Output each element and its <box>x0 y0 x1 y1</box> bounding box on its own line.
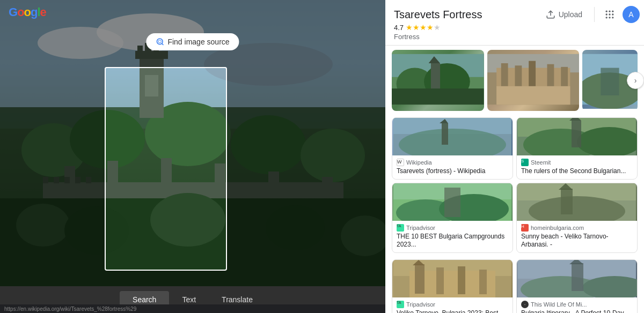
find-image-label: Find image source <box>167 38 229 46</box>
wikipedia-logo: W <box>397 159 404 166</box>
svg-point-7 <box>606 17 608 18</box>
fortress-thumbnail-1 <box>392 50 484 109</box>
source-card-steemit[interactable]: S Steemit The rulers of the Second Bulga… <box>516 117 638 180</box>
svg-rect-95 <box>415 264 425 294</box>
svg-rect-80 <box>572 121 581 147</box>
lens-selection-box <box>105 67 227 271</box>
svg-point-9 <box>612 17 613 18</box>
svg-line-47 <box>162 43 164 45</box>
source-info-tripadvisor: TA Tripadvisor THE 10 BEST Bulgaria Camp… <box>392 221 513 252</box>
source-card-tripadvisor[interactable]: TA Tripadvisor THE 10 BEST Bulgaria Camp… <box>392 183 513 253</box>
top-right-nav: Upload A <box>538 0 644 29</box>
svg-rect-97 <box>436 267 444 294</box>
fortress-image-2 <box>487 50 580 111</box>
svg-rect-38 <box>75 177 80 183</box>
wildlife-source-name: This Wild Life Of Mi... <box>531 301 587 308</box>
entity-type: Fortress <box>394 33 576 41</box>
svg-point-6 <box>612 13 613 15</box>
svg-point-3 <box>612 11 613 12</box>
svg-rect-35 <box>43 177 48 183</box>
home-thumbnail <box>517 183 637 221</box>
svg-rect-65 <box>561 67 568 86</box>
top-image-1[interactable] <box>392 50 484 111</box>
svg-rect-86 <box>444 188 460 217</box>
steemit-source-name: Steemit <box>531 159 551 166</box>
tripadvisor-thumbnail <box>392 183 513 221</box>
svg-rect-39 <box>86 177 91 183</box>
source-image-home <box>517 183 637 221</box>
source-info-steemit: S Steemit The rulers of the Second Bulga… <box>517 155 637 179</box>
source-name-row-wikipedia: W Wikipedia <box>397 159 508 166</box>
svg-rect-66 <box>496 86 570 105</box>
svg-point-2 <box>609 11 610 12</box>
svg-point-4 <box>606 13 608 15</box>
source-card-tripadvisor-2[interactable]: TA Tripadvisor Veliko Tarnovo, Bulgaria … <box>392 259 513 313</box>
url-bar: https://en.wikipedia.org/wiki/Tsarevets_… <box>0 304 385 313</box>
svg-point-8 <box>609 17 610 18</box>
steemit-thumbnail <box>517 118 637 155</box>
source-image-steemit <box>517 118 637 155</box>
svg-rect-36 <box>54 177 59 183</box>
svg-point-46 <box>157 39 163 44</box>
source-image-tripadvisor <box>392 183 513 221</box>
upload-button[interactable]: Upload <box>538 5 590 24</box>
source-grid-2: TA Tripadvisor Veliko Tarnovo, Bulgaria … <box>385 257 644 313</box>
wildlife-logo: · <box>521 301 529 308</box>
svg-point-19 <box>231 115 306 174</box>
tripadvisor-logo: TA <box>397 224 404 232</box>
svg-point-5 <box>609 13 610 15</box>
lens-icon <box>156 38 164 46</box>
upload-label: Upload <box>559 10 582 19</box>
svg-point-1 <box>606 11 608 12</box>
tripadvisor-title: THE 10 BEST Bulgaria Campgrounds 2023... <box>397 233 508 249</box>
steemit-title: The rulers of the Second Bulgarian... <box>521 167 633 176</box>
avatar[interactable]: A <box>623 6 640 23</box>
svg-rect-70 <box>601 68 619 95</box>
url-text: https://en.wikipedia.org/wiki/Tsarevets_… <box>4 306 136 312</box>
source-image-wikipedia <box>392 118 513 155</box>
svg-rect-99 <box>479 270 487 294</box>
svg-rect-37 <box>64 177 70 183</box>
apps-button[interactable] <box>599 4 620 25</box>
upload-icon <box>546 10 555 19</box>
next-arrow-button[interactable]: › <box>627 72 644 89</box>
source-grid-1: W Wikipedia Tsarevets (fortress) - Wikip… <box>385 115 644 257</box>
source-info-wildlife: · This Wild Life Of Mi... Bulgaria Itine… <box>517 297 637 313</box>
source-image-wildlife <box>517 260 637 297</box>
top-image-row: › <box>385 46 644 115</box>
svg-point-44 <box>266 205 325 250</box>
source-card-homeinbulgaria[interactable]: H homeinbulgaria.com Sunny beach - Velik… <box>516 183 638 253</box>
svg-point-48 <box>158 40 161 43</box>
svg-rect-63 <box>529 61 536 86</box>
steemit-logo: S <box>521 159 529 166</box>
home-title: Sunny beach - Veliko Tarnovo- Arbanasi. … <box>521 233 633 249</box>
wildlife-thumbnail <box>517 260 637 297</box>
svg-rect-90 <box>561 189 573 214</box>
home-logo: H <box>521 224 529 232</box>
wildlife-title: Bulgaria Itinerary - A Perfect 10-Day Tr… <box>521 309 633 313</box>
top-image-2[interactable] <box>487 50 580 111</box>
svg-rect-57 <box>392 88 484 105</box>
source-card-wikipedia[interactable]: W Wikipedia Tsarevets (fortress) - Wikip… <box>392 117 513 180</box>
svg-rect-104 <box>572 263 583 291</box>
find-image-source-button[interactable]: Find image source <box>146 33 239 50</box>
tripadvisor-source-name: Tripadvisor <box>406 225 435 231</box>
right-panel: Tsarevets Fortress 4.7 ★★★★★ Fortress Se… <box>385 0 644 313</box>
source-image-tripadvisor-2 <box>392 260 513 297</box>
svg-rect-33 <box>268 172 279 188</box>
wikipedia-source-name: Wikipedia <box>406 159 432 166</box>
svg-rect-64 <box>547 64 554 86</box>
source-name-row-tripadvisor: TA Tripadvisor <box>397 224 508 232</box>
wikipedia-title: Tsarevets (fortress) - Wikipedia <box>397 167 508 176</box>
source-card-wildife[interactable]: · This Wild Life Of Mi... Bulgaria Itine… <box>516 259 638 313</box>
rating-score: 4.7 <box>394 24 404 32</box>
svg-rect-74 <box>442 123 448 145</box>
tripadvisor2-thumbnail <box>392 260 513 297</box>
source-name-row-steemit: S Steemit <box>521 159 633 166</box>
tripadvisor2-logo: TA <box>397 301 404 308</box>
svg-point-20 <box>301 129 365 182</box>
wiki-thumbnail <box>392 118 513 155</box>
source-name-row-wildlife: · This Wild Life Of Mi... <box>521 301 633 308</box>
divider <box>594 7 595 22</box>
main-image-area: Find image source <box>0 0 385 313</box>
